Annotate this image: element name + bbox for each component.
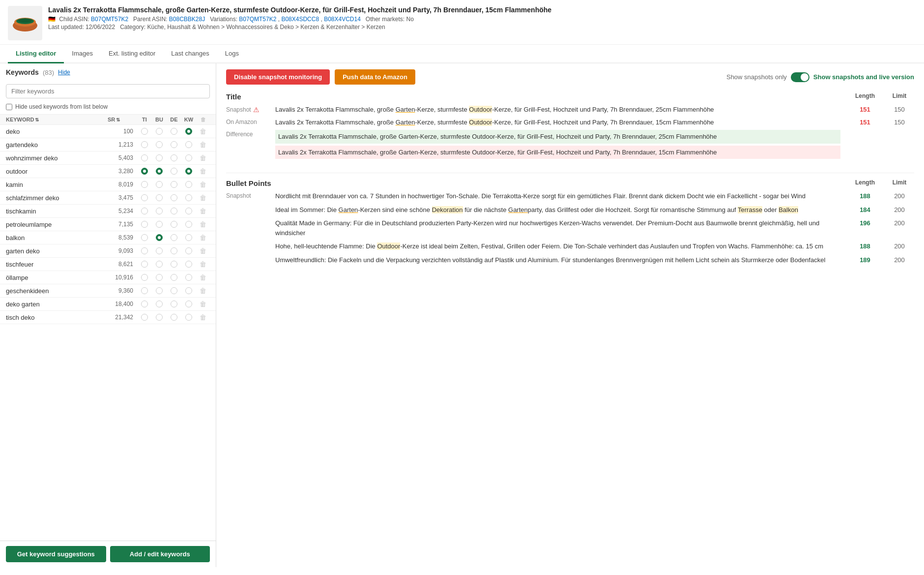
keyword-bu-cell[interactable] <box>152 208 167 214</box>
radio-de[interactable] <box>171 168 177 175</box>
radio-kw[interactable] <box>185 154 192 161</box>
keyword-ti-cell[interactable] <box>137 154 152 161</box>
radio-kw[interactable] <box>185 234 192 241</box>
snapshot-toggle-switch[interactable] <box>791 72 809 82</box>
radio-ti[interactable] <box>141 221 148 228</box>
add-edit-keywords-button[interactable]: Add / edit keywords <box>110 546 210 562</box>
keyword-kw-cell[interactable] <box>181 314 196 321</box>
radio-ti[interactable] <box>141 128 148 135</box>
hide-used-checkbox[interactable] <box>6 104 12 110</box>
variation-link-3[interactable]: B08X4VCD14 <box>324 16 361 23</box>
sort-keyword-icon[interactable]: ⇅ <box>35 117 39 122</box>
radio-ti[interactable] <box>141 274 148 281</box>
keyword-de-cell[interactable] <box>167 154 181 161</box>
radio-bu[interactable] <box>156 234 163 241</box>
radio-bu[interactable] <box>156 301 163 307</box>
radio-de[interactable] <box>171 301 177 307</box>
keyword-bu-cell[interactable] <box>152 168 167 175</box>
keyword-ti-cell[interactable] <box>137 301 152 307</box>
keyword-delete-icon[interactable]: 🗑 <box>196 181 210 188</box>
tab-logs[interactable]: Logs <box>217 45 247 63</box>
keyword-bu-cell[interactable] <box>152 247 167 254</box>
keyword-bu-cell[interactable] <box>152 314 167 321</box>
disable-snapshot-button[interactable]: Disable snapshot monitoring <box>226 69 330 85</box>
keyword-delete-icon[interactable]: 🗑 <box>196 287 210 295</box>
radio-de[interactable] <box>171 221 177 228</box>
keyword-kw-cell[interactable] <box>181 154 196 161</box>
keyword-de-cell[interactable] <box>167 261 181 268</box>
keyword-kw-cell[interactable] <box>181 301 196 307</box>
keyword-de-cell[interactable] <box>167 301 181 307</box>
keyword-ti-cell[interactable] <box>137 221 152 228</box>
keyword-delete-icon[interactable]: 🗑 <box>196 141 210 149</box>
keyword-bu-cell[interactable] <box>152 234 167 241</box>
radio-bu[interactable] <box>156 141 163 148</box>
keyword-ti-cell[interactable] <box>137 247 152 254</box>
keyword-ti-cell[interactable] <box>137 128 152 135</box>
radio-de[interactable] <box>171 274 177 281</box>
radio-de[interactable] <box>171 261 177 268</box>
variation-link-2[interactable]: B08X4SDCC8 <box>281 16 319 23</box>
keyword-de-cell[interactable] <box>167 181 181 188</box>
radio-kw[interactable] <box>185 141 192 148</box>
keyword-ti-cell[interactable] <box>137 234 152 241</box>
radio-de[interactable] <box>171 128 177 135</box>
keyword-kw-cell[interactable] <box>181 274 196 281</box>
radio-bu[interactable] <box>156 287 163 294</box>
keyword-de-cell[interactable] <box>167 141 181 148</box>
keyword-delete-icon[interactable]: 🗑 <box>196 220 210 228</box>
radio-bu[interactable] <box>156 181 163 188</box>
radio-de[interactable] <box>171 141 177 148</box>
radio-bu[interactable] <box>156 208 163 214</box>
keyword-delete-icon[interactable]: 🗑 <box>196 260 210 268</box>
keyword-ti-cell[interactable] <box>137 181 152 188</box>
keywords-hide-link[interactable]: Hide <box>58 69 70 76</box>
radio-de[interactable] <box>171 181 177 188</box>
radio-bu[interactable] <box>156 261 163 268</box>
tab-last-changes[interactable]: Last changes <box>163 45 217 63</box>
keyword-bu-cell[interactable] <box>152 274 167 281</box>
keyword-delete-icon[interactable]: 🗑 <box>196 234 210 242</box>
radio-ti[interactable] <box>141 301 148 307</box>
radio-ti[interactable] <box>141 208 148 214</box>
radio-de[interactable] <box>171 208 177 214</box>
keyword-bu-cell[interactable] <box>152 261 167 268</box>
keyword-de-cell[interactable] <box>167 194 181 201</box>
keyword-bu-cell[interactable] <box>152 194 167 201</box>
keyword-de-cell[interactable] <box>167 247 181 254</box>
radio-de[interactable] <box>171 194 177 201</box>
radio-ti[interactable] <box>141 141 148 148</box>
keyword-ti-cell[interactable] <box>137 141 152 148</box>
keyword-delete-icon[interactable]: 🗑 <box>196 127 210 135</box>
radio-kw[interactable] <box>185 274 192 281</box>
radio-kw[interactable] <box>185 221 192 228</box>
radio-ti[interactable] <box>141 261 148 268</box>
radio-ti[interactable] <box>141 234 148 241</box>
keyword-de-cell[interactable] <box>167 208 181 214</box>
tab-listing-editor[interactable]: Listing editor <box>8 45 64 63</box>
radio-bu[interactable] <box>156 194 163 201</box>
keyword-ti-cell[interactable] <box>137 208 152 214</box>
child-asin-link[interactable]: B07QMT57K2 <box>91 16 128 23</box>
keyword-kw-cell[interactable] <box>181 234 196 241</box>
radio-ti[interactable] <box>141 314 148 321</box>
keyword-kw-cell[interactable] <box>181 141 196 148</box>
radio-kw[interactable] <box>185 181 192 188</box>
keyword-bu-cell[interactable] <box>152 221 167 228</box>
keyword-bu-cell[interactable] <box>152 128 167 135</box>
keyword-delete-icon[interactable]: 🗑 <box>196 273 210 281</box>
keyword-delete-icon[interactable]: 🗑 <box>196 313 210 321</box>
radio-kw[interactable] <box>185 247 192 254</box>
keyword-ti-cell[interactable] <box>137 314 152 321</box>
variation-link-1[interactable]: B07QMT57K2 <box>239 16 276 23</box>
radio-kw[interactable] <box>185 314 192 321</box>
tab-ext-listing-editor[interactable]: Ext. listing editor <box>101 45 163 63</box>
keyword-kw-cell[interactable] <box>181 261 196 268</box>
keyword-kw-cell[interactable] <box>181 287 196 294</box>
radio-ti[interactable] <box>141 287 148 294</box>
radio-de[interactable] <box>171 154 177 161</box>
keyword-bu-cell[interactable] <box>152 301 167 307</box>
radio-bu[interactable] <box>156 168 163 175</box>
sort-sr-icon[interactable]: ⇅ <box>116 117 120 122</box>
radio-kw[interactable] <box>185 168 192 175</box>
